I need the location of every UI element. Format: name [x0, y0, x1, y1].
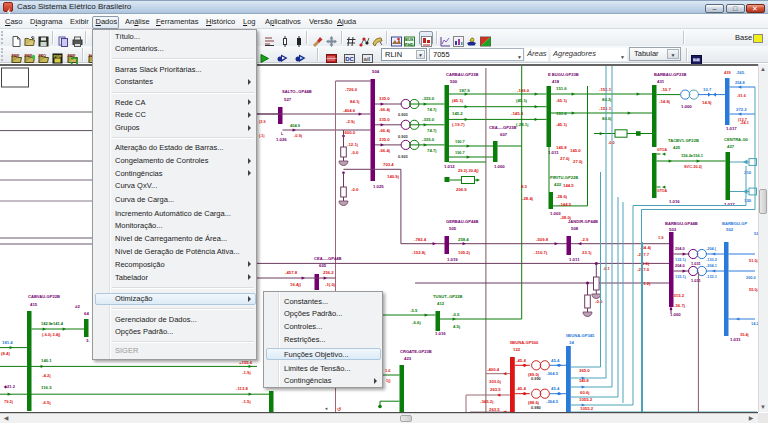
svg-text:508: 508 — [571, 226, 579, 231]
svg-text:PWF: PWF — [54, 55, 63, 59]
svg-text:1.016: 1.016 — [435, 331, 446, 336]
svg-text:-335.0: -335.0 — [422, 117, 435, 122]
svg-text:51.0j: 51.0j — [749, 258, 758, 263]
svg-text:503: 503 — [669, 227, 677, 232]
svg-text:303.0j: 303.0j — [489, 379, 501, 384]
svg-text:CABVAU-GP22B: CABVAU-GP22B — [28, 294, 60, 299]
svg-text:-1(.0j: -1(.0j — [325, 282, 335, 287]
svg-text:151.6: 151.6 — [556, 86, 567, 91]
svg-text:CARBAU-GP23B: CARBAU-GP23B — [446, 72, 479, 77]
svg-text:-364.5: -364.5 — [546, 399, 559, 404]
svg-text:GERBAU-GP44B: GERBAU-GP44B — [446, 219, 479, 224]
svg-text:-45.4: -45.4 — [516, 386, 526, 391]
svg-text:335.0: 335.0 — [379, 96, 390, 101]
svg-text:500: 500 — [450, 79, 458, 84]
svg-text:SALTO--GP44B: SALTO--GP44B — [282, 89, 312, 94]
svg-text:(-19.7): (-19.7) — [452, 122, 465, 127]
svg-text:527: 527 — [284, 97, 292, 102]
svg-text:BARBGU-GP: BARBGU-GP — [722, 221, 748, 226]
svg-text:(-6.0j 2.4j): (-6.0j 2.4j) — [42, 332, 61, 337]
svg-text:140.1: 140.1 — [41, 358, 52, 363]
svg-text:422: 422 — [554, 182, 562, 187]
svg-text:-4.2j: -4.2j — [42, 373, 51, 378]
svg-text:TACBV1-GP22B: TACBV1-GP22B — [668, 138, 699, 143]
svg-text:1.000: 1.000 — [681, 104, 692, 109]
svg-text:SVC-30.2j: SVC-30.2j — [684, 164, 702, 169]
svg-text:+155.6: +155.6 — [239, 360, 253, 365]
svg-text:133.1j: 133.1j — [675, 274, 686, 279]
svg-text:1.016: 1.016 — [669, 199, 680, 204]
svg-text:1.031: 1.031 — [730, 337, 741, 342]
svg-text:PIRITU-GP22B: PIRITU-GP22B — [550, 175, 578, 180]
svg-text:-0.5: -0.5 — [452, 312, 460, 317]
svg-text:BARBAU-GP23B: BARBAU-GP23B — [654, 72, 687, 77]
svg-text:-6.6j: -6.6j — [412, 320, 421, 325]
svg-text:144.5: 144.5 — [563, 183, 574, 188]
svg-text:L: L — [281, 132, 284, 136]
svg-text:0.903: 0.903 — [398, 112, 409, 117]
svg-text:-364.5: -364.5 — [546, 371, 559, 376]
svg-text:84.1j: 84.1j — [350, 99, 360, 104]
svg-text:272.2: 272.2 — [736, 107, 747, 112]
svg-text:↺: ↺ — [337, 406, 341, 412]
svg-text:14.9j: 14.9j — [702, 100, 712, 105]
svg-text:-151.1: -151.1 — [599, 106, 612, 111]
svg-text:1.031: 1.031 — [691, 261, 702, 266]
svg-text:-66.4j: -66.4j — [379, 128, 390, 133]
svg-text:1055.2: 1055.2 — [579, 397, 593, 402]
svg-text:27.0j: 27.0j — [573, 159, 583, 164]
svg-text:-65.1j: -65.1j — [556, 98, 567, 103]
svg-text:PWF: PWF — [67, 54, 76, 58]
svg-text:-457.8: -457.8 — [285, 270, 298, 275]
svg-text:-2.9j: -2.9j — [346, 119, 355, 124]
svg-text:0.6j: 0.6j — [642, 261, 649, 266]
svg-text:200.0: 200.0 — [746, 275, 756, 280]
svg-text:-315.2: -315.2 — [672, 293, 685, 298]
svg-text:145.8: 145.8 — [556, 145, 567, 150]
svg-text:425: 425 — [673, 145, 681, 150]
svg-text:-24.1: -24.1 — [740, 120, 750, 125]
svg-text:-133.2: -133.2 — [706, 257, 718, 262]
svg-text:-45.1j: -45.1j — [556, 122, 567, 127]
svg-text:PPO: PPO — [39, 54, 47, 58]
svg-text:142.9▸141.4: 142.9▸141.4 — [41, 321, 64, 326]
svg-text:(89.0j: (89.0j — [528, 372, 539, 377]
svg-text:-600.0: -600.0 — [343, 130, 356, 135]
svg-text:-1.5j: -1.5j — [242, 399, 251, 404]
svg-text:-113.8: -113.8 — [236, 386, 249, 391]
svg-text:74.7j: 74.7j — [427, 107, 437, 112]
svg-text:-56.7j: -56.7j — [674, 303, 685, 308]
svg-text:16.4j): 16.4j) — [290, 282, 302, 287]
svg-text:14.2: 14.2 — [751, 321, 758, 326]
svg-text:◂: ◂ — [324, 406, 328, 411]
svg-text:-151.1: -151.1 — [599, 87, 612, 92]
svg-text:130: 130 — [744, 198, 752, 203]
svg-text:-28.6j: -28.6j — [556, 194, 567, 199]
svg-text:27.0j: 27.0j — [560, 156, 570, 161]
svg-text:-0.9j: -0.9j — [294, 133, 302, 138]
svg-text:-277.7: -277.7 — [637, 252, 650, 257]
svg-text:IBIUNA-GP345: IBIUNA-GP345 — [566, 333, 595, 338]
svg-text:-14.8j: -14.8j — [659, 99, 670, 104]
svg-text:-186.0: -186.0 — [517, 88, 530, 93]
svg-text:-335.0: -335.0 — [422, 96, 435, 101]
svg-text:23.1j: 23.1j — [582, 250, 592, 255]
svg-text:-509.8: -509.8 — [536, 237, 549, 242]
svg-text:74.7j: 74.7j — [427, 148, 437, 153]
svg-text:423: 423 — [404, 356, 412, 361]
svg-text:427: 427 — [727, 144, 735, 149]
svg-text:29.3(-30.4j): 29.3(-30.4j) — [458, 168, 479, 173]
svg-text:145.0: 145.0 — [570, 148, 581, 153]
svg-text:PWF: PWF — [11, 54, 20, 58]
svg-text:204.0: 204.0 — [675, 263, 685, 268]
svg-text:64: 64 — [84, 311, 89, 316]
svg-text:-10.7: -10.7 — [661, 87, 671, 92]
svg-text:1.000: 1.000 — [494, 164, 505, 169]
svg-text:122: 122 — [513, 347, 521, 352]
svg-text:PHD: PHD — [405, 42, 414, 47]
svg-text:-6.5j: -6.5j — [42, 400, 51, 405]
svg-text:1.012: 1.012 — [444, 164, 455, 169]
svg-text:254.8: 254.8 — [735, 80, 746, 85]
svg-text:84.0j: 84.0j — [602, 116, 612, 121]
svg-text:1.019: 1.019 — [447, 257, 458, 262]
